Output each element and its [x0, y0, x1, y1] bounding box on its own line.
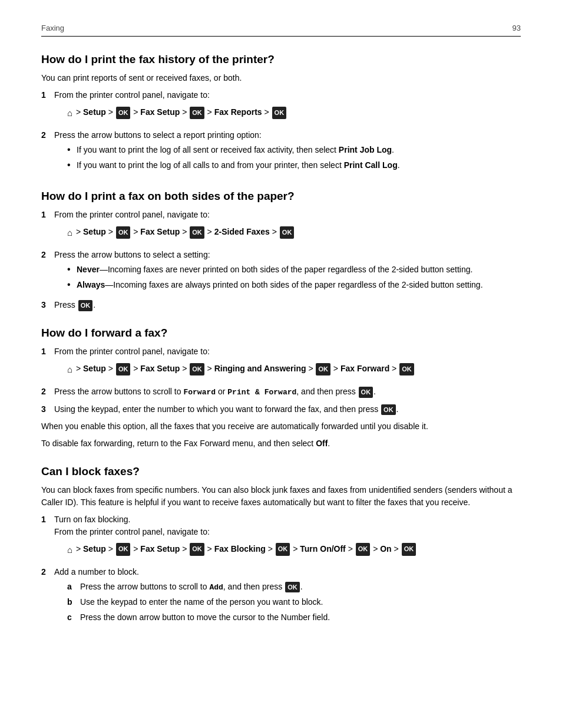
step-number: 3 — [41, 403, 54, 416]
step-list-1: 1 From the printer control panel, naviga… — [41, 89, 521, 174]
nav-text: > Setup > — [76, 227, 115, 236]
ok-button: OK — [316, 363, 330, 376]
ok-button: OK — [116, 543, 131, 556]
section-heading-1: How do I print the fax history of the pr… — [41, 53, 521, 66]
header-section-title: Faxing — [41, 24, 64, 32]
list-item: • If you want to print the log of all ca… — [67, 159, 521, 172]
ok-button: OK — [116, 226, 131, 239]
step-text: Press the arrow buttons to select a sett… — [54, 250, 210, 259]
bullet-dot: • — [67, 263, 77, 276]
bullet-dot: • — [67, 159, 77, 172]
nav-text: > Fax Setup > — [131, 364, 189, 373]
bullet-dot: • — [67, 279, 77, 291]
step-number: 3 — [41, 299, 54, 311]
step-number: 1 — [41, 345, 54, 358]
nav-path: ⌂ > Setup > OK > Fax Setup > OK > Fax Re… — [67, 105, 521, 121]
sub-step-item: b Use the keypad to enter the name of th… — [67, 596, 521, 608]
step-text: Using the keypad, enter the number to wh… — [54, 404, 381, 414]
home-icon: ⌂ — [67, 361, 72, 377]
nav-text: > Fax Blocking > — [205, 544, 275, 554]
section-heading-4: Can I block faxes? — [41, 465, 521, 478]
home-icon: ⌂ — [67, 105, 72, 121]
section-print-both-sides: How do I print a fax on both sides of th… — [41, 190, 521, 311]
step-text: From the printer control panel, navigate… — [54, 210, 210, 219]
ok-button: OK — [78, 300, 93, 311]
ok-button: OK — [272, 107, 287, 120]
step-list-3: 1 From the printer control panel, naviga… — [41, 345, 521, 416]
step-content: Press the arrow buttons to scroll to For… — [54, 386, 521, 398]
nav-text: > Ringing and Answering > — [205, 364, 316, 373]
step-number: 2 — [41, 249, 54, 261]
block-intro: You can block faxes from specific number… — [41, 484, 521, 509]
section-forward-fax: How do I forward a fax? 1 From the print… — [41, 327, 521, 450]
ok-button: OK — [280, 226, 295, 239]
step-content: Press the arrow buttons to select a repo… — [54, 129, 521, 174]
step-number: 2 — [41, 386, 54, 398]
step-content: From the printer control panel, navigate… — [54, 345, 521, 381]
page-header: Faxing 93 — [41, 24, 521, 37]
bullet-text: Always—Incoming faxes are always printed… — [77, 279, 521, 291]
home-icon: ⌂ — [67, 542, 72, 558]
home-icon: ⌂ — [67, 225, 72, 241]
step-text: From the printer control panel, navigate… — [54, 347, 210, 356]
nav-text: > Fax Setup > — [131, 227, 189, 236]
page: Faxing 93 How do I print the fax history… — [0, 0, 562, 728]
nav-text: > Fax Reports > — [205, 107, 272, 117]
step-text: . — [373, 387, 376, 396]
ok-button: OK — [285, 582, 300, 593]
step-number: 1 — [41, 513, 54, 526]
step-item: 3 Press OK. — [41, 299, 521, 311]
step-item: 2 Press the arrow buttons to select a re… — [41, 129, 521, 174]
ok-button: OK — [276, 543, 290, 556]
step-text: Add a number to block. — [54, 567, 139, 577]
section-heading-3: How do I forward a fax? — [41, 327, 521, 340]
step-text: Press the arrow buttons to select a repo… — [54, 130, 262, 140]
ok-button: OK — [190, 226, 204, 239]
section-heading-2: How do I print a fax on both sides of th… — [41, 190, 521, 203]
nav-text: > 2-Sided Faxes > — [205, 227, 279, 236]
list-item: • Never—Incoming faxes are never printed… — [67, 263, 521, 276]
sub-step-content: Press the down arrow button to move the … — [80, 611, 521, 624]
step-item: 2 Press the arrow buttons to scroll to F… — [41, 386, 521, 398]
ok-button: OK — [190, 543, 204, 556]
nav-text: > Setup > — [76, 364, 115, 373]
step-list-4: 1 Turn on fax blocking. From the printer… — [41, 513, 521, 627]
step-text: Press the arrow buttons to scroll to For… — [54, 387, 358, 396]
step-content: Using the keypad, enter the number to wh… — [54, 403, 521, 416]
nav-path: ⌂ > Setup > OK > Fax Setup > OK > 2-Side… — [67, 225, 521, 241]
bullet-dot: • — [67, 144, 77, 156]
page-number: 93 — [513, 24, 521, 32]
bullet-list: • Never—Incoming faxes are never printed… — [67, 263, 521, 291]
list-item: • If you want to print the log of all se… — [67, 144, 521, 156]
section-block-faxes: Can I block faxes? You can block faxes f… — [41, 465, 521, 627]
step-content: Press the arrow buttons to select a sett… — [54, 249, 521, 294]
forward-para-1: When you enable this option, all the fax… — [41, 420, 521, 433]
step-item: 3 Using the keypad, enter the number to … — [41, 403, 521, 416]
step-subtext: From the printer control panel, navigate… — [54, 527, 210, 536]
ok-button: OK — [116, 363, 131, 376]
step-text: . — [396, 404, 399, 414]
sub-step-label: b — [67, 596, 80, 608]
step-text: Press — [54, 300, 78, 309]
step-content: Add a number to block. a Press the arrow… — [54, 566, 521, 627]
section-intro-1: You can print reports of sent or receive… — [41, 72, 521, 84]
sub-step-item: c Press the down arrow button to move th… — [67, 611, 521, 624]
step-number: 1 — [41, 209, 54, 221]
ok-button: OK — [190, 107, 204, 120]
nav-text: > Turn On/Off > — [290, 544, 355, 554]
step-item: 2 Press the arrow buttons to select a se… — [41, 249, 521, 294]
ok-button: OK — [402, 543, 416, 556]
forward-para-2: To disable fax forwarding, return to the… — [41, 437, 521, 450]
step-list-2: 1 From the printer control panel, naviga… — [41, 209, 521, 311]
bullet-text: Never—Incoming faxes are never printed o… — [77, 263, 521, 276]
sub-step-item: a Press the arrow buttons to scroll to A… — [67, 581, 521, 594]
ok-button: OK — [359, 387, 373, 398]
step-content: From the printer control panel, navigate… — [54, 209, 521, 244]
step-item: 1 From the printer control panel, naviga… — [41, 89, 521, 124]
step-content: From the printer control panel, navigate… — [54, 89, 521, 124]
sub-step-content: Use the keypad to enter the name of the … — [80, 596, 521, 608]
step-text: Turn on fax blocking. — [54, 515, 130, 524]
step-number: 2 — [41, 566, 54, 578]
nav-path: ⌂ > Setup > OK > Fax Setup > OK > Fax Bl… — [67, 542, 521, 558]
step-text: . — [93, 300, 95, 309]
